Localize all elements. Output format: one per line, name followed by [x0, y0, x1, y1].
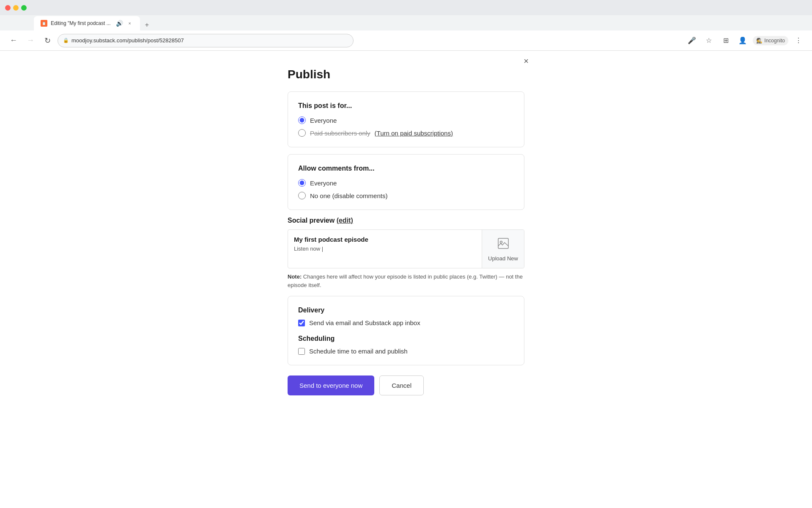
schedule-checkbox[interactable] — [298, 348, 305, 355]
microphone-icon: 🎤 — [688, 36, 696, 44]
delivery-scheduling-section: Delivery Send via email and Substack app… — [288, 296, 524, 365]
url-text: moodjoy.substack.com/publish/post/528285… — [71, 37, 184, 44]
send-via-email-checkbox[interactable] — [298, 320, 305, 326]
social-preview-note: Note: Changes here will affect how your … — [288, 273, 524, 289]
tab-favicon: 📋 — [41, 20, 47, 27]
menu-button[interactable]: ⋮ — [792, 34, 805, 47]
post-audience-title: This post is for... — [298, 102, 514, 110]
lock-icon: 🔒 — [63, 38, 69, 43]
social-preview-card: My first podcast episode Listen now | Up… — [288, 229, 524, 268]
cancel-button[interactable]: Cancel — [379, 375, 424, 395]
paid-subscribers-link[interactable]: (Turn on paid subscriptions) — [375, 130, 453, 137]
profile-icon: 👤 — [738, 36, 747, 44]
tab-audio-icon: 🔊 — [116, 20, 123, 27]
toolbar-right: 🎤 ☆ ⊞ 👤 🕵️ Incognito ⋮ — [685, 34, 805, 47]
new-tab-button[interactable]: + — [142, 19, 152, 30]
star-icon: ☆ — [706, 36, 712, 44]
upload-new-button[interactable]: Upload New — [482, 230, 524, 268]
browser-titlebar — [0, 0, 812, 15]
schedule-label: Schedule time to email and publish — [309, 348, 408, 355]
back-icon: ← — [10, 36, 17, 45]
forward-button[interactable]: → — [24, 34, 37, 47]
scheduling-title: Scheduling — [298, 335, 514, 342]
extensions-button[interactable]: ⊞ — [719, 34, 732, 47]
note-label: Note: — [288, 273, 302, 280]
page-title: Publish — [288, 68, 524, 81]
window-maximize-button[interactable] — [21, 5, 27, 11]
post-audience-radio-group: Everyone Paid subscribers only (Turn on … — [298, 116, 514, 137]
tab-close-button[interactable]: × — [126, 20, 133, 27]
social-preview-title-text: Social preview — [288, 217, 335, 224]
tab-title: Editing "My first podcast ... — [51, 20, 111, 26]
incognito-label: Incognito — [764, 38, 785, 44]
window-controls — [5, 5, 27, 11]
audience-paid-label: Paid subscribers only — [310, 130, 370, 137]
forward-icon: → — [27, 36, 34, 45]
browser-toolbar: ← → ↻ 🔒 moodjoy.substack.com/publish/pos… — [0, 30, 812, 51]
comments-noone-radio[interactable] — [298, 192, 306, 199]
comments-everyone-option[interactable]: Everyone — [298, 179, 514, 187]
microphone-button[interactable]: 🎤 — [685, 34, 699, 47]
page-content: Publish × This post is for... Everyone P… — [0, 51, 812, 508]
delivery-title: Delivery — [298, 306, 514, 314]
close-button[interactable]: × — [519, 54, 533, 68]
audience-everyone-option[interactable]: Everyone — [298, 116, 514, 124]
upload-icon — [497, 237, 510, 253]
menu-icon: ⋮ — [795, 36, 802, 44]
social-preview-edit-link[interactable]: (edit) — [337, 217, 353, 224]
social-preview-subtitle: Listen now | — [294, 246, 476, 252]
send-via-email-option[interactable]: Send via email and Substack app inbox — [298, 319, 514, 326]
social-preview-section: Social preview (edit) My first podcast e… — [288, 217, 524, 289]
svg-point-1 — [500, 241, 502, 243]
comments-noone-label: No one (disable comments) — [310, 192, 387, 199]
address-bar[interactable]: 🔒 moodjoy.substack.com/publish/post/5282… — [58, 34, 354, 47]
audience-everyone-label: Everyone — [310, 117, 337, 124]
svg-rect-0 — [498, 238, 508, 248]
comments-title: Allow comments from... — [298, 165, 514, 172]
audience-paid-radio[interactable] — [298, 129, 306, 137]
back-button[interactable]: ← — [7, 34, 20, 47]
send-now-button[interactable]: Send to everyone now — [288, 375, 374, 395]
refresh-button[interactable]: ↻ — [41, 34, 54, 47]
comments-everyone-label: Everyone — [310, 179, 337, 187]
bookmark-button[interactable]: ☆ — [702, 34, 716, 47]
social-preview-header: Social preview (edit) — [288, 217, 524, 224]
post-audience-section: This post is for... Everyone Paid subscr… — [288, 91, 524, 147]
audience-paid-option[interactable]: Paid subscribers only (Turn on paid subs… — [298, 129, 514, 137]
audience-everyone-radio[interactable] — [298, 116, 306, 124]
incognito-icon: 🕵️ — [756, 38, 763, 44]
active-tab[interactable]: 📋 Editing "My first podcast ... 🔊 × — [34, 16, 140, 30]
publish-container: Publish × This post is for... Everyone P… — [279, 68, 533, 395]
incognito-badge: 🕵️ Incognito — [753, 36, 788, 45]
extensions-icon: ⊞ — [723, 36, 729, 44]
window-close-button[interactable] — [5, 5, 11, 11]
social-preview-text: My first podcast episode Listen now | — [288, 230, 482, 268]
comments-section: Allow comments from... Everyone No one (… — [288, 154, 524, 210]
comments-noone-option[interactable]: No one (disable comments) — [298, 192, 514, 199]
schedule-option[interactable]: Schedule time to email and publish — [298, 348, 514, 355]
comments-everyone-radio[interactable] — [298, 179, 306, 187]
window-minimize-button[interactable] — [13, 5, 19, 11]
action-buttons: Send to everyone now Cancel — [288, 375, 524, 395]
profile-button[interactable]: 👤 — [736, 34, 749, 47]
send-via-email-label: Send via email and Substack app inbox — [309, 319, 420, 326]
browser-chrome: 📋 Editing "My first podcast ... 🔊 × + ← … — [0, 0, 812, 51]
upload-btn-label: Upload New — [488, 255, 518, 262]
social-preview-episode-title: My first podcast episode — [294, 236, 476, 243]
comments-radio-group: Everyone No one (disable comments) — [298, 179, 514, 199]
note-text-content: Changes here will affect how your episod… — [288, 273, 523, 288]
refresh-icon: ↻ — [44, 36, 51, 45]
